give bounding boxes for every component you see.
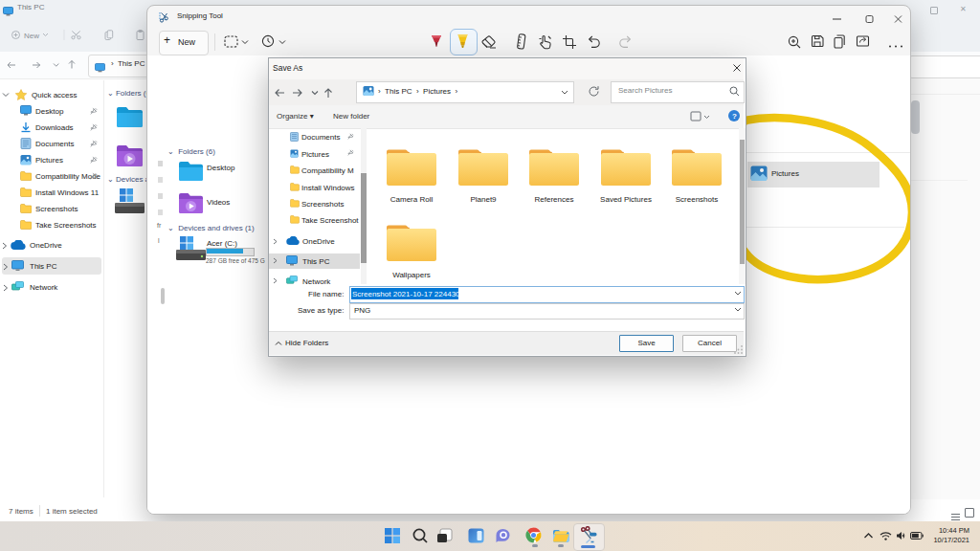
svg-text:New: New (24, 32, 39, 40)
